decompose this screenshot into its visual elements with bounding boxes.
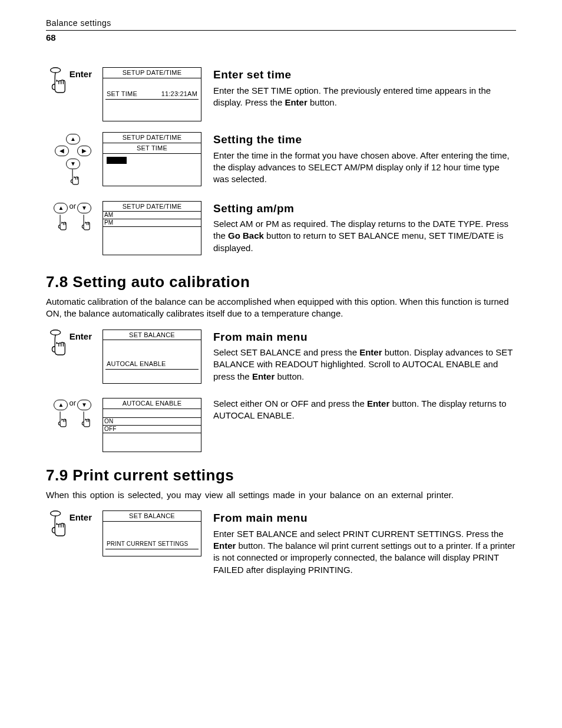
para: Select AM or PM as required. The display…	[213, 218, 516, 254]
running-header: Balance settings	[46, 18, 516, 31]
arrow-up-icon: ▲	[54, 400, 68, 410]
lcd-option: AM	[103, 212, 201, 219]
or-label: or	[69, 398, 76, 409]
up-or-down-icon: ▲ or ▼	[53, 201, 92, 235]
enter-press-icon: Enter	[46, 67, 92, 95]
intro-7-8: Automatic calibration of the balance can…	[46, 296, 516, 320]
para: Select either ON or OFF and press the En…	[213, 398, 516, 422]
enter-label: Enter	[70, 512, 92, 523]
intro-7-9: When this option is selected, you may vi…	[46, 489, 516, 501]
lcd-title: SETUP DATE/TIME	[103, 68, 201, 78]
heading-setting-time: Setting the time	[213, 132, 516, 147]
lcd-line: PRINT CURRENT SETTINGS	[107, 540, 189, 548]
arrow-up-icon: ▲	[54, 203, 68, 213]
heading-setting-ampm: Setting am/pm	[213, 201, 516, 216]
up-or-down-icon: ▲ or ▼	[53, 398, 92, 431]
para: Enter the SET TIME option. The previousl…	[213, 85, 516, 109]
lcd-title: SETUP DATE/TIME	[103, 133, 201, 143]
para: Enter SET BALANCE and select PRINT CURRE…	[213, 528, 516, 576]
lcd-option: PM	[103, 219, 201, 227]
heading-from-main-print: From main menu	[213, 510, 516, 526]
cursor-block-icon	[107, 157, 127, 164]
para: Enter the time in the format you have ch…	[213, 150, 516, 186]
heading-7-9: 7.9 Print current settings	[46, 465, 516, 486]
enter-label: Enter	[70, 331, 92, 342]
enter-press-icon: Enter	[46, 510, 92, 539]
heading-from-main-autocal: From main menu	[213, 330, 516, 345]
lcd-option: ON	[103, 417, 201, 426]
enter-press-icon: Enter	[46, 330, 92, 358]
arrow-down-icon: ▼	[66, 159, 80, 169]
lcd-right: 11:23:21AM	[161, 90, 197, 98]
lcd-title: SET BALANCE	[103, 511, 201, 522]
enter-label: Enter	[70, 68, 92, 80]
lcd-title: SET BALANCE	[103, 330, 201, 341]
arrow-down-icon: ▼	[77, 400, 91, 410]
lcd-line: AUTOCAL ENABLE	[107, 360, 166, 368]
lcd-title: SETUP DATE/TIME	[103, 202, 201, 212]
lcd-am-pm: SETUP DATE/TIME AM PM	[103, 201, 201, 255]
dpad-icon: ▲ ◀ ▶ ▼	[54, 132, 92, 189]
arrow-up-icon: ▲	[66, 134, 80, 144]
lcd-set-time: SETUP DATE/TIME SET TIME 11:23:21AM	[103, 67, 201, 121]
heading-enter-set-time: Enter set time	[213, 67, 516, 83]
lcd-sub: SET TIME	[103, 143, 201, 154]
lcd-print-settings: SET BALANCE PRINT CURRENT SETTINGS	[103, 510, 201, 556]
lcd-autocal-onoff: AUTOCAL ENABLE ON OFF	[103, 398, 201, 452]
arrow-left-icon: ◀	[55, 146, 69, 156]
heading-7-8: 7.8 Setting auto calibration	[46, 272, 516, 292]
lcd-title: AUTOCAL ENABLE	[103, 398, 201, 409]
para: Select SET BALANCE and press the Enter b…	[213, 347, 516, 383]
lcd-setting-time: SETUP DATE/TIME SET TIME	[103, 132, 201, 186]
lcd-left: SET TIME	[107, 90, 137, 98]
arrow-right-icon: ▶	[77, 146, 91, 156]
lcd-option: OFF	[103, 426, 201, 433]
arrow-down-icon: ▼	[77, 203, 91, 213]
or-label: or	[69, 201, 76, 212]
page-number: 68	[46, 32, 516, 44]
lcd-set-balance-autocal: SET BALANCE AUTOCAL ENABLE	[103, 330, 201, 384]
